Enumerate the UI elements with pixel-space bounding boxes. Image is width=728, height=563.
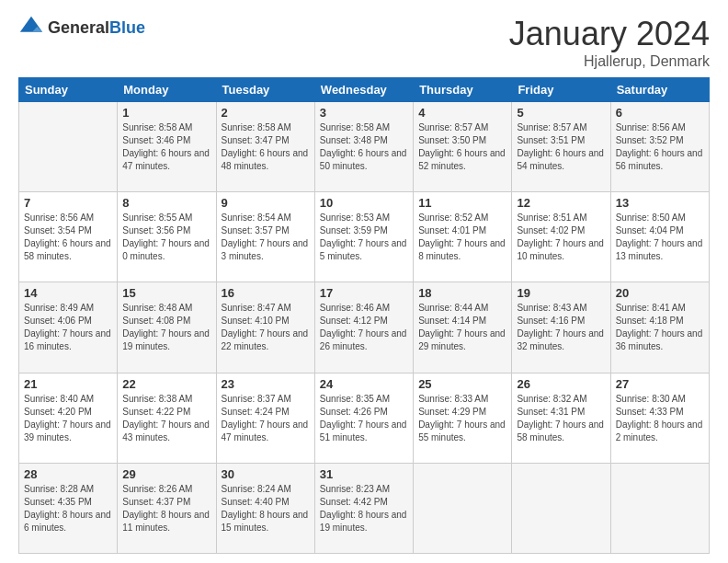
day-number: 8 [122,196,210,210]
header-monday: Monday [118,78,216,102]
logo-icon [18,15,44,40]
day-info: Sunrise: 8:56 AMSunset: 3:54 PMDaylight:… [24,212,112,263]
day-info: Sunrise: 8:51 AMSunset: 4:02 PMDaylight:… [517,212,605,263]
header-wednesday: Wednesday [314,78,413,102]
day-info: Sunrise: 8:53 AMSunset: 3:59 PMDaylight:… [320,212,408,263]
day-number: 19 [517,286,605,300]
table-row: 27Sunrise: 8:30 AMSunset: 4:33 PMDayligh… [610,373,709,463]
table-row: 1Sunrise: 8:58 AMSunset: 3:46 PMDaylight… [118,102,216,192]
day-info: Sunrise: 8:58 AMSunset: 3:48 PMDaylight:… [320,121,408,173]
table-row: 22Sunrise: 8:38 AMSunset: 4:22 PMDayligh… [118,373,216,463]
month-title: January 2024 [509,15,710,53]
header-tuesday: Tuesday [216,78,314,102]
day-info: Sunrise: 8:28 AMSunset: 4:35 PMDaylight:… [24,483,112,534]
day-number: 30 [222,467,310,481]
day-info: Sunrise: 8:52 AMSunset: 4:01 PMDaylight:… [418,212,506,263]
table-row [414,463,512,553]
day-info: Sunrise: 8:55 AMSunset: 3:56 PMDaylight:… [122,212,210,263]
day-info: Sunrise: 8:23 AMSunset: 4:42 PMDaylight:… [320,483,408,534]
day-info: Sunrise: 8:26 AMSunset: 4:37 PMDaylight:… [122,483,210,534]
table-row: 16Sunrise: 8:47 AMSunset: 4:10 PMDayligh… [216,282,314,373]
day-info: Sunrise: 8:46 AMSunset: 4:12 PMDaylight:… [320,302,408,353]
day-number: 4 [418,106,506,120]
table-row: 13Sunrise: 8:50 AMSunset: 4:04 PMDayligh… [610,192,709,282]
day-info: Sunrise: 8:49 AMSunset: 4:06 PMDaylight:… [24,302,112,353]
calendar-week-row: 1Sunrise: 8:58 AMSunset: 3:46 PMDaylight… [19,102,710,192]
day-info: Sunrise: 8:56 AMSunset: 3:52 PMDaylight:… [616,121,704,173]
calendar-week-row: 28Sunrise: 8:28 AMSunset: 4:35 PMDayligh… [19,463,710,553]
day-info: Sunrise: 8:57 AMSunset: 3:51 PMDaylight:… [517,121,605,173]
day-number: 17 [320,286,408,300]
day-number: 25 [418,377,506,391]
day-number: 24 [320,377,408,391]
day-info: Sunrise: 8:41 AMSunset: 4:18 PMDaylight:… [616,302,704,353]
day-number: 15 [122,286,210,300]
day-info: Sunrise: 8:47 AMSunset: 4:10 PMDaylight:… [222,302,310,353]
table-row: 9Sunrise: 8:54 AMSunset: 3:57 PMDaylight… [216,192,314,282]
day-number: 22 [122,377,210,391]
day-info: Sunrise: 8:40 AMSunset: 4:20 PMDaylight:… [24,393,112,444]
header-thursday: Thursday [414,78,512,102]
table-row: 5Sunrise: 8:57 AMSunset: 3:51 PMDaylight… [512,102,610,192]
table-row: 8Sunrise: 8:55 AMSunset: 3:56 PMDaylight… [118,192,216,282]
table-row: 20Sunrise: 8:41 AMSunset: 4:18 PMDayligh… [610,282,709,373]
table-row: 12Sunrise: 8:51 AMSunset: 4:02 PMDayligh… [512,192,610,282]
day-info: Sunrise: 8:57 AMSunset: 3:50 PMDaylight:… [418,121,506,173]
header-sunday: Sunday [19,78,118,102]
logo-blue: Blue [109,18,145,37]
day-info: Sunrise: 8:33 AMSunset: 4:29 PMDaylight:… [418,393,506,444]
calendar-week-row: 21Sunrise: 8:40 AMSunset: 4:20 PMDayligh… [19,373,710,463]
table-row: 29Sunrise: 8:26 AMSunset: 4:37 PMDayligh… [118,463,216,553]
table-row: 2Sunrise: 8:58 AMSunset: 3:47 PMDaylight… [216,102,314,192]
logo-general: General [48,18,109,37]
header-friday: Friday [512,78,610,102]
calendar-table: Sunday Monday Tuesday Wednesday Thursday… [18,77,710,554]
day-info: Sunrise: 8:37 AMSunset: 4:24 PMDaylight:… [222,393,310,444]
day-number: 18 [418,286,506,300]
day-info: Sunrise: 8:50 AMSunset: 4:04 PMDaylight:… [616,212,704,263]
calendar-week-row: 7Sunrise: 8:56 AMSunset: 3:54 PMDaylight… [19,192,710,282]
day-info: Sunrise: 8:48 AMSunset: 4:08 PMDaylight:… [122,302,210,353]
day-number: 28 [24,467,112,481]
day-number: 7 [24,196,112,210]
day-info: Sunrise: 8:38 AMSunset: 4:22 PMDaylight:… [122,393,210,444]
table-row: 15Sunrise: 8:48 AMSunset: 4:08 PMDayligh… [118,282,216,373]
day-info: Sunrise: 8:58 AMSunset: 3:46 PMDaylight:… [122,121,210,173]
day-info: Sunrise: 8:24 AMSunset: 4:40 PMDaylight:… [222,483,310,534]
calendar-header-row: Sunday Monday Tuesday Wednesday Thursday… [19,78,710,102]
day-number: 5 [517,106,605,120]
day-info: Sunrise: 8:32 AMSunset: 4:31 PMDaylight:… [517,393,605,444]
day-number: 20 [616,286,704,300]
day-number: 3 [320,106,408,120]
day-info: Sunrise: 8:43 AMSunset: 4:16 PMDaylight:… [517,302,605,353]
table-row: 25Sunrise: 8:33 AMSunset: 4:29 PMDayligh… [414,373,512,463]
table-row: 11Sunrise: 8:52 AMSunset: 4:01 PMDayligh… [414,192,512,282]
day-number: 9 [222,196,310,210]
day-info: Sunrise: 8:44 AMSunset: 4:14 PMDaylight:… [418,302,506,353]
table-row: 17Sunrise: 8:46 AMSunset: 4:12 PMDayligh… [314,282,413,373]
day-number: 16 [222,286,310,300]
table-row: 31Sunrise: 8:23 AMSunset: 4:42 PMDayligh… [314,463,413,553]
day-number: 21 [24,377,112,391]
day-number: 13 [616,196,704,210]
header: GeneralBlue January 2024 Hjallerup, Denm… [18,15,710,70]
table-row: 3Sunrise: 8:58 AMSunset: 3:48 PMDaylight… [314,102,413,192]
table-row: 7Sunrise: 8:56 AMSunset: 3:54 PMDaylight… [19,192,118,282]
day-number: 2 [222,106,310,120]
header-saturday: Saturday [610,78,709,102]
table-row [512,463,610,553]
day-number: 11 [418,196,506,210]
day-number: 6 [616,106,704,120]
table-row: 10Sunrise: 8:53 AMSunset: 3:59 PMDayligh… [314,192,413,282]
day-info: Sunrise: 8:58 AMSunset: 3:47 PMDaylight:… [222,121,310,173]
day-number: 31 [320,467,408,481]
day-number: 1 [122,106,210,120]
day-number: 23 [222,377,310,391]
table-row: 30Sunrise: 8:24 AMSunset: 4:40 PMDayligh… [216,463,314,553]
day-info: Sunrise: 8:35 AMSunset: 4:26 PMDaylight:… [320,393,408,444]
logo: GeneralBlue [18,15,145,40]
day-number: 14 [24,286,112,300]
table-row: 4Sunrise: 8:57 AMSunset: 3:50 PMDaylight… [414,102,512,192]
day-number: 27 [616,377,704,391]
day-number: 26 [517,377,605,391]
